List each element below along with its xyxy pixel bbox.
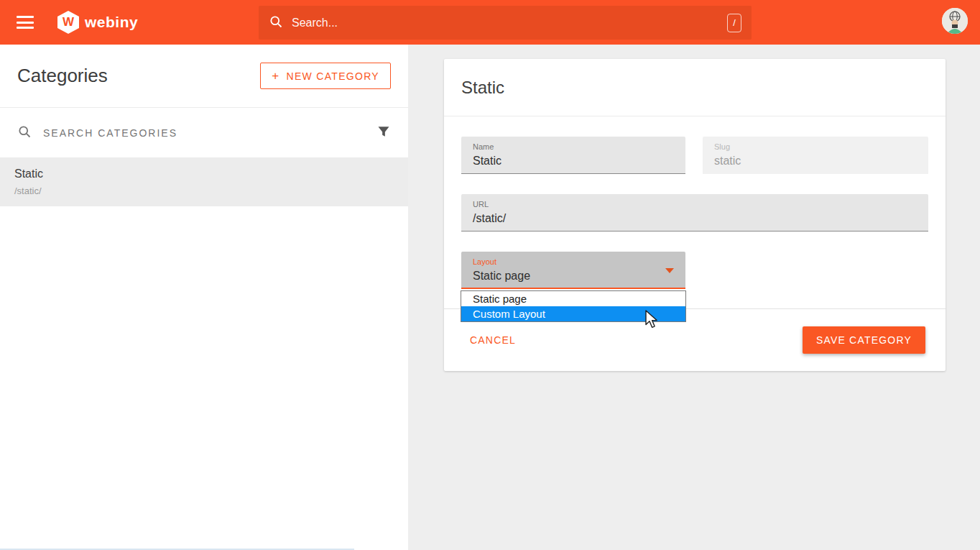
new-category-label: NEW CATEGORY [287, 70, 379, 82]
name-label: Name [473, 142, 674, 152]
cancel-button[interactable]: CANCEL [470, 334, 516, 346]
filter-icon[interactable] [376, 124, 391, 142]
search-icon [269, 14, 283, 32]
categories-panel: Categories + NEW CATEGORY Static /static… [0, 45, 408, 550]
card-header: Static [444, 59, 946, 116]
layout-option-custom-layout[interactable]: Custom Layout [461, 306, 685, 321]
layout-dropdown-menu: Static page Custom Layout [461, 290, 686, 322]
plus-icon: + [272, 70, 279, 82]
page-title: Categories [17, 65, 108, 87]
url-field[interactable]: URL /static/ [461, 194, 928, 232]
search-icon [17, 124, 32, 142]
url-label: URL [473, 200, 917, 209]
webiny-hexagon-icon: W [57, 11, 79, 34]
categories-header: Categories + NEW CATEGORY [0, 45, 408, 108]
slug-value: static [714, 155, 917, 168]
slug-field: Slug static [703, 137, 928, 174]
brand-name: webiny [85, 14, 138, 31]
name-value: Static [473, 155, 674, 168]
global-search[interactable]: / [259, 6, 752, 40]
hamburger-menu-icon[interactable] [17, 16, 34, 29]
category-form-card: Static Name Static Slug static URL /stat… [444, 59, 946, 371]
webiny-logo[interactable]: W webiny [57, 11, 138, 34]
form-title: Static [461, 78, 504, 98]
user-avatar[interactable] [942, 8, 968, 34]
layout-label: Layout [473, 257, 674, 267]
category-url: /static/ [14, 185, 394, 196]
save-category-button[interactable]: SAVE CATEGORY [803, 326, 925, 354]
slug-label: Slug [714, 142, 917, 152]
category-name: Static [14, 168, 394, 180]
slash-shortcut-badge: / [727, 14, 741, 32]
card-body: Name Static Slug static URL /static/ Lay… [444, 116, 946, 308]
layout-select[interactable]: Layout Static page [461, 252, 685, 289]
new-category-button[interactable]: + NEW CATEGORY [260, 63, 391, 89]
chevron-down-icon [665, 268, 674, 273]
category-list-item[interactable]: Static /static/ [0, 158, 408, 206]
topbar: W webiny / [0, 0, 980, 45]
layout-selected-value: Static page [473, 270, 674, 283]
categories-search-input[interactable] [43, 127, 376, 139]
layout-option-static-page[interactable]: Static page [461, 291, 685, 306]
categories-search-row [0, 108, 408, 158]
name-field[interactable]: Name Static [461, 137, 685, 174]
global-search-input[interactable] [292, 17, 727, 29]
name-slug-row: Name Static Slug static [461, 137, 928, 174]
url-value: /static/ [473, 212, 917, 225]
